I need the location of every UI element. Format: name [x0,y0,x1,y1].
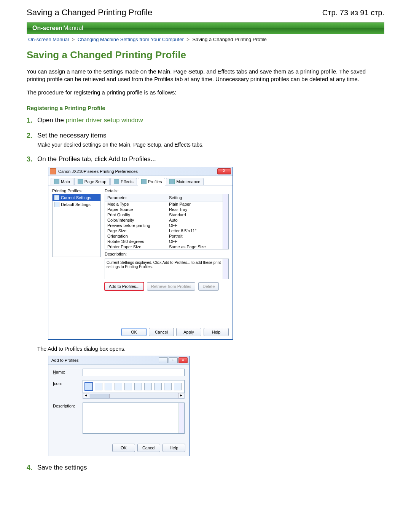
scrollbar-vertical[interactable] [223,194,228,249]
cell-param: Paper Source [105,207,167,212]
profile-icon-option[interactable] [144,383,152,390]
tab-page-setup-icon [78,179,83,184]
page-title: Saving a Changed Printing Profile [27,49,384,61]
profile-icon-option[interactable] [174,383,182,390]
table-row: Preview before printingOFF [105,223,228,228]
description-label: Description: [53,403,83,408]
tab-maintenance-icon [169,179,175,184]
dialog-titlebar[interactable]: Canon JX210P series Printing Preferences… [48,167,233,176]
profile-icon [54,195,59,200]
profile-item-current[interactable]: Current Settings [53,194,100,201]
table-row: Rotate 180 degreesOFF [105,239,228,244]
profile-icon-option[interactable] [85,383,92,390]
maximize-button[interactable]: □ [169,357,178,363]
profile-item-label: Current Settings [61,195,91,200]
tab-profiles[interactable]: Profiles [138,178,166,185]
step-number: 3. [27,155,32,163]
description-label: Description: [105,252,229,256]
cell-setting: Letter 8.5"x11" [167,228,199,233]
ok-button[interactable]: OK [121,328,147,336]
help-button[interactable]: Help [162,444,185,452]
cell-setting: Same as Page Size [167,244,208,249]
delete-profile-button[interactable]: Delete [198,282,219,291]
step-number: 4. [27,464,32,472]
profile-icon-option[interactable] [134,383,142,390]
profile-icon-option[interactable] [154,383,162,390]
tab-effects-label: Effects [121,179,133,184]
step-1-pre: Open the [37,117,66,124]
icon-picker[interactable] [83,380,185,393]
cell-setting: OFF [167,239,180,244]
scroll-track[interactable] [89,393,178,398]
details-header-parameter: Parameter [105,194,167,201]
description-text: Current Settings displayed. Click Add to… [107,260,221,269]
manual-banner: On-screen Manual [27,22,384,34]
cell-param: Print Quality [105,212,167,217]
scroll-thumb[interactable] [90,394,110,398]
minimize-button[interactable]: – [159,357,168,363]
cell-param: Printer Paper Size [105,244,167,249]
tab-page-setup-label: Page Setup [84,179,107,184]
tab-maintenance-label: Maintenance [176,179,200,184]
tab-maintenance[interactable]: Maintenance [166,178,204,185]
help-button[interactable]: Help [204,328,229,336]
crumb-sep: > [72,37,75,42]
retrieve-from-profiles-button[interactable]: Retrieve from Profiles [147,282,196,291]
profile-icon-option[interactable] [105,383,112,390]
step-2-title: Set the necessary items [37,132,106,139]
close-button[interactable]: X [178,357,188,363]
cell-param: Rotate 180 degrees [105,239,167,244]
scrollbar-vertical[interactable] [223,259,228,279]
profile-icon [54,202,59,207]
tab-main[interactable]: Main [51,178,73,185]
banner-bold: On-screen [32,25,62,32]
printing-profiles-list[interactable]: Current Settings Default Settings [52,194,101,257]
details-header-setting: Setting [167,194,184,201]
profile-icon-option[interactable] [95,383,102,390]
table-row: Color/IntensityAuto [105,217,228,223]
scrollbar-horizontal[interactable]: ◄ ► [83,393,185,399]
tab-effects[interactable]: Effects [110,178,137,185]
scrollbar-vertical[interactable] [178,403,184,433]
page-header-right: Стр. 73 из 91 стр. [322,8,384,17]
cell-setting: Plain Paper [167,201,193,207]
table-row: Paper SourceRear Tray [105,207,228,212]
cell-param: Orientation [105,233,167,239]
cell-param: Media Type [105,201,167,207]
section-heading: Registering a Printing Profile [27,105,384,111]
profile-icon-option[interactable] [164,383,172,390]
details-table: Parameter Setting Media TypePlain Paper … [105,194,229,249]
profile-item-default[interactable]: Default Settings [53,201,100,208]
close-button[interactable]: X [217,168,231,174]
cancel-button[interactable]: Cancel [137,444,160,452]
printer-driver-link[interactable]: printer driver setup window [66,117,143,124]
step-3-title: On the Profiles tab, click Add to Profil… [37,155,156,163]
scroll-right-arrow[interactable]: ► [178,393,184,398]
step-1: 1. Open the printer driver setup window [27,117,384,124]
name-label: Name: [53,369,83,374]
breadcrumb: On-screen Manual > Changing Machine Sett… [28,37,384,42]
profile-icon-option[interactable] [115,383,122,390]
step-4: 4. Save the settings [27,464,384,471]
apply-button[interactable]: Apply [176,328,201,336]
name-input[interactable] [83,369,185,376]
dialog-titlebar[interactable]: Add to Profiles – □ X [48,356,189,365]
dialog-tabs: Main Page Setup Effects Profiles Mainten… [48,176,233,185]
table-row: Printer Paper SizeSame as Page Size [105,244,228,249]
printing-preferences-dialog: Canon JX210P series Printing Preferences… [48,167,233,340]
dialog-title: Add to Profiles [50,358,159,363]
cell-param: Color/Intensity [105,217,167,223]
add-to-profiles-button[interactable]: Add to Profiles... [105,282,144,291]
tab-page-setup[interactable]: Page Setup [74,178,110,185]
printing-profiles-label: Printing Profiles: [52,189,101,193]
tab-effects-icon [114,179,119,184]
description-input[interactable] [83,403,185,434]
table-row: Media TypePlain Paper [105,201,228,207]
profile-icon-option[interactable] [124,383,132,390]
crumb-mid[interactable]: Changing Machine Settings from Your Comp… [78,37,184,42]
ok-button[interactable]: OK [112,444,135,452]
details-label: Details: [105,189,229,193]
crumb-root[interactable]: On-screen Manual [28,37,69,42]
cancel-button[interactable]: Cancel [149,328,174,336]
scroll-left-arrow[interactable]: ◄ [83,393,89,398]
